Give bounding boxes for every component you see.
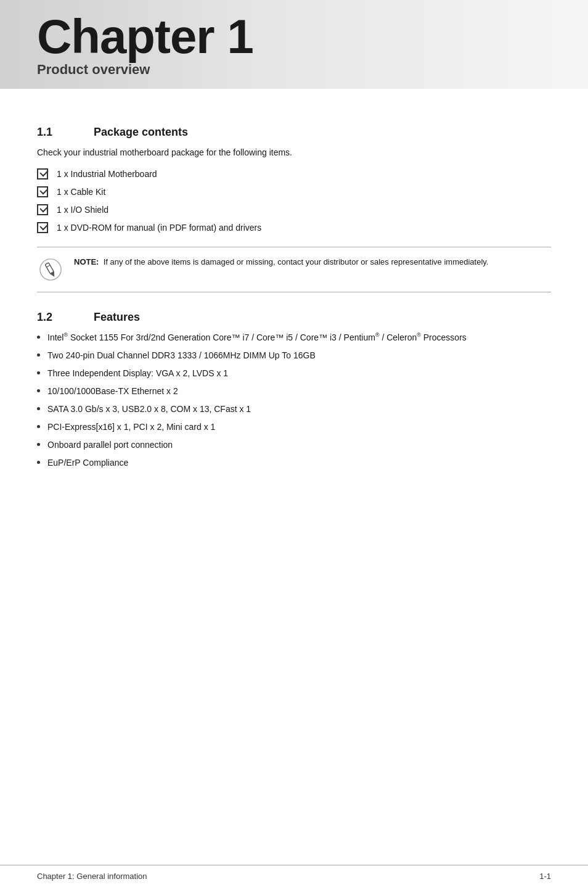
section-1-1-title: Package contents [94, 126, 188, 139]
bullet-dot-4 [37, 389, 40, 392]
checkbox-icon-2 [37, 186, 48, 197]
feature-item-8: EuP/ErP Compliance [37, 456, 551, 469]
note-text: NOTE: If any of the above items is damag… [74, 256, 488, 268]
svg-marker-2 [51, 272, 56, 278]
section-1-1-number: 1.1 [37, 126, 74, 139]
bullet-dot-5 [37, 407, 40, 410]
main-content: 1.1 Package contents Check your industri… [0, 89, 588, 525]
chapter-number: Chapter 1 [37, 12, 551, 60]
svg-line-3 [46, 265, 50, 267]
checklist-item-2-text: 1 x Cable Kit [57, 186, 105, 199]
feature-item-7-text: Onboard parallel port connection [47, 439, 173, 452]
feature-item-2-text: Two 240-pin Dual Channel DDR3 1333 / 106… [47, 349, 316, 362]
checkbox-icon-3 [37, 204, 48, 215]
bullet-dot-8 [37, 461, 40, 464]
bullet-dot-1 [37, 336, 40, 339]
svg-rect-1 [45, 263, 54, 274]
section-1-2-title: Features [94, 311, 140, 324]
svg-point-0 [40, 259, 61, 280]
feature-item-1-text: Intel® Socket 1155 For 3rd/2nd Generatio… [47, 331, 467, 344]
feature-item-4-text: 10/100/1000Base-TX Ethernet x 2 [47, 385, 178, 398]
note-box: NOTE: If any of the above items is damag… [37, 247, 551, 292]
section-1-1-intro: Check your industrial motherboard packag… [37, 146, 551, 159]
checklist-item-1: 1 x Industrial Motherboard [37, 168, 551, 181]
note-body: If any of the above items is damaged or … [104, 257, 489, 266]
section-1-1-heading: 1.1 Package contents [37, 126, 551, 139]
feature-item-5-text: SATA 3.0 Gb/s x 3, USB2.0 x 8, COM x 13,… [47, 403, 251, 416]
bullet-dot-3 [37, 371, 40, 374]
note-label: NOTE: [74, 257, 99, 266]
section-1-2-heading: 1.2 Features [37, 311, 551, 324]
feature-item-6-text: PCI-Express[x16] x 1, PCI x 2, Mini card… [47, 421, 215, 434]
chapter-header: Chapter 1 Product overview [0, 0, 588, 89]
package-checklist: 1 x Industrial Motherboard 1 x Cable Kit… [37, 168, 551, 234]
feature-item-6: PCI-Express[x16] x 1, PCI x 2, Mini card… [37, 421, 551, 434]
pencil-icon [39, 258, 62, 281]
feature-item-3-text: Three Independent Display: VGA x 2, LVDS… [47, 367, 228, 380]
checklist-item-4-text: 1 x DVD-ROM for manual (in PDF format) a… [57, 221, 261, 234]
page-container: Chapter 1 Product overview 1.1 Package c… [0, 0, 588, 887]
checklist-item-3-text: 1 x I/O Shield [57, 204, 108, 217]
footer-right: 1-1 [539, 872, 551, 881]
chapter-subtitle: Product overview [37, 62, 551, 78]
bullet-dot-7 [37, 443, 40, 446]
checkbox-icon-1 [37, 168, 48, 179]
feature-item-2: Two 240-pin Dual Channel DDR3 1333 / 106… [37, 349, 551, 362]
bullet-dot-2 [37, 353, 40, 357]
feature-item-8-text: EuP/ErP Compliance [47, 456, 128, 469]
feature-item-3: Three Independent Display: VGA x 2, LVDS… [37, 367, 551, 380]
section-1-2-number: 1.2 [37, 311, 74, 324]
features-list: Intel® Socket 1155 For 3rd/2nd Generatio… [37, 331, 551, 469]
feature-item-1: Intel® Socket 1155 For 3rd/2nd Generatio… [37, 331, 551, 344]
checkbox-icon-4 [37, 222, 48, 233]
feature-item-4: 10/100/1000Base-TX Ethernet x 2 [37, 385, 551, 398]
page-footer: Chapter 1: General information 1-1 [0, 865, 588, 887]
note-icon [37, 256, 64, 283]
checklist-item-4: 1 x DVD-ROM for manual (in PDF format) a… [37, 221, 551, 234]
checklist-item-2: 1 x Cable Kit [37, 186, 551, 199]
bullet-dot-6 [37, 425, 40, 428]
checklist-item-3: 1 x I/O Shield [37, 204, 551, 217]
checklist-item-1-text: 1 x Industrial Motherboard [57, 168, 157, 181]
feature-item-5: SATA 3.0 Gb/s x 3, USB2.0 x 8, COM x 13,… [37, 403, 551, 416]
feature-item-7: Onboard parallel port connection [37, 439, 551, 452]
footer-left: Chapter 1: General information [37, 872, 147, 881]
